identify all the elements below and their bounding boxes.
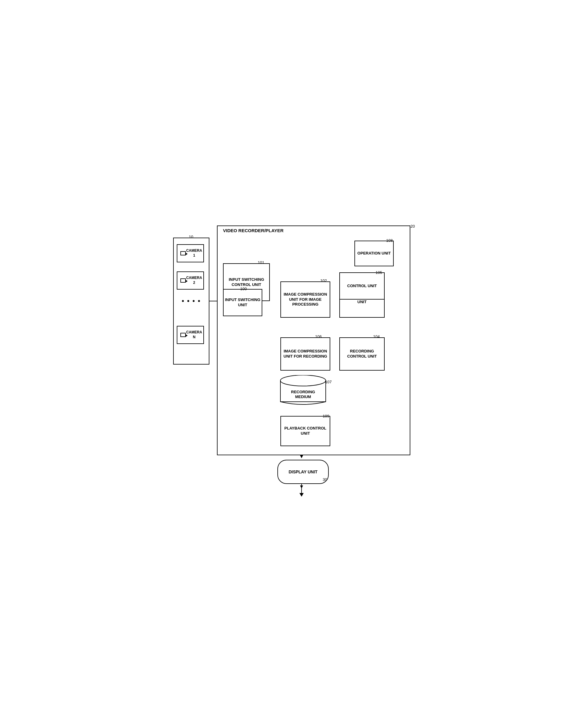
playback-control-unit: PLAYBACK CONTROL UNIT bbox=[280, 416, 330, 446]
display-output-arrow bbox=[297, 484, 306, 499]
input-switching-unit: INPUT SWITCHING UNIT bbox=[223, 289, 262, 316]
camera-dots: • • • • bbox=[174, 297, 209, 305]
camera-1-label: CAMERA1 bbox=[186, 248, 202, 258]
ref-20: 20 bbox=[411, 224, 415, 228]
ref-102: 102 bbox=[320, 279, 327, 283]
ref-100: 100 bbox=[240, 287, 247, 291]
ref-107: 107 bbox=[325, 380, 332, 384]
recording-control-unit: RECORDING CONTROL UNIT bbox=[339, 337, 385, 371]
ref-104: 104 bbox=[373, 334, 380, 339]
camera-1-box: CAMERA1 bbox=[177, 244, 204, 262]
svg-text:MEDIUM: MEDIUM bbox=[295, 394, 311, 399]
control-unit: CONTROL UNIT bbox=[339, 272, 385, 300]
camera-2-label: CAMERA2 bbox=[186, 276, 202, 285]
operation-unit: OPERATION UNIT bbox=[354, 241, 394, 266]
diagram: 20 VIDEO RECORDER/PLAYER CAMERA1 CAMERA2… bbox=[170, 207, 418, 510]
camera-n-icon bbox=[181, 333, 186, 337]
camera-1-icon bbox=[181, 251, 186, 255]
ref-10: 10 bbox=[189, 234, 193, 239]
svg-marker-45 bbox=[299, 493, 304, 497]
ref-106: 106 bbox=[315, 334, 322, 339]
camera-group: CAMERA1 CAMERA2 • • • • CAMERAN bbox=[173, 238, 209, 365]
ref-108: 108 bbox=[386, 238, 393, 243]
ref-109: 109 bbox=[323, 414, 329, 418]
svg-point-41 bbox=[280, 375, 326, 386]
camera-n-box: CAMERAN bbox=[177, 326, 204, 344]
camera-n-label: CAMERAN bbox=[186, 330, 202, 340]
display-unit: DISPLAY UNIT bbox=[277, 460, 329, 484]
recording-medium-svg: RECORDING MEDIUM bbox=[279, 375, 327, 405]
image-compression-processing-unit: IMAGE COMPRESSION UNIT FOR IMAGE PROCESS… bbox=[280, 282, 330, 318]
ref-101: 101 bbox=[258, 260, 265, 265]
camera-2-icon bbox=[181, 279, 186, 283]
main-box-label: VIDEO RECORDER/PLAYER bbox=[223, 228, 284, 233]
svg-text:RECORDING: RECORDING bbox=[291, 390, 315, 394]
svg-marker-18 bbox=[300, 455, 303, 458]
image-compression-recording-unit: IMAGE COMPRESSION UNIT FOR RECORDING bbox=[280, 337, 330, 371]
camera-2-box: CAMERA2 bbox=[177, 271, 204, 290]
ref-30: 30 bbox=[323, 477, 327, 482]
ref-105: 105 bbox=[376, 270, 382, 275]
